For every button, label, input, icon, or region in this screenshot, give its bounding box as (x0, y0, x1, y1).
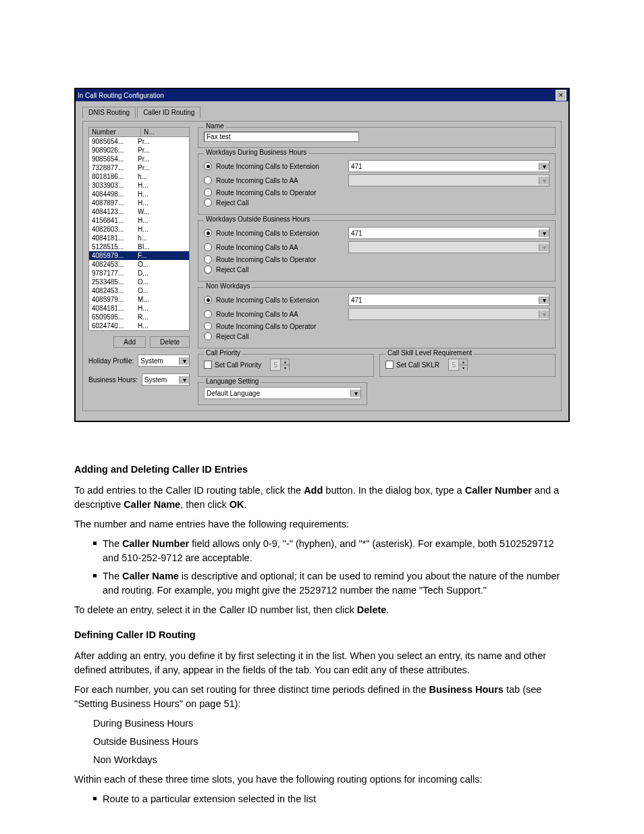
table-row[interactable]: 4082453...O... (89, 260, 189, 269)
set-call-sklr-label: Set Call SKLR (396, 361, 439, 369)
aa-select: ▾ (348, 308, 549, 320)
table-row[interactable]: 3033903...H... (89, 181, 189, 190)
table-row[interactable]: 4082603...H... (89, 225, 189, 234)
add-button[interactable]: Add (113, 336, 146, 348)
paragraph: For each number, you can set routing for… (74, 683, 570, 711)
paragraph: Within each of these three time slots, y… (74, 773, 570, 787)
table-row[interactable]: 4084181...H... (89, 304, 189, 313)
table-row[interactable]: 6024740...H... (89, 321, 189, 330)
language-select[interactable]: Default Language▾ (204, 387, 361, 399)
radio-route-aa[interactable] (204, 176, 212, 184)
business-hours-label: Business Hours: (88, 376, 138, 384)
table-row[interactable]: 4084181...h... (89, 234, 189, 242)
list-item: The Caller Number field allows only 0-9,… (93, 537, 570, 565)
column-number[interactable]: Number (89, 128, 141, 136)
paragraph: The number and name entries have the fol… (74, 517, 570, 531)
list-item: Outside Business Hours (93, 735, 570, 749)
dialog-in-call-routing: In Call Routing Configuration ✕ DNIS Rou… (74, 88, 570, 422)
holiday-profile-select[interactable]: System▾ (138, 355, 190, 367)
list-item: The Caller Name is descriptive and optio… (93, 569, 570, 598)
list-item: During Business Hours (93, 716, 570, 731)
radio-reject-call[interactable] (204, 199, 212, 207)
radio-reject-call[interactable] (204, 332, 212, 340)
paragraph: After adding an entry, you define it by … (74, 649, 570, 677)
radio-route-extension[interactable] (204, 229, 212, 237)
chevron-down-icon[interactable]: ▾ (179, 376, 189, 384)
table-row[interactable]: 4084498...H... (89, 190, 189, 199)
chevron-down-icon: ▾ (539, 311, 549, 318)
radio-route-operator[interactable] (204, 322, 212, 330)
call-sklr-stepper[interactable]: 5▴▾ (448, 359, 468, 371)
call-priority-stepper[interactable]: 5▴▾ (270, 359, 290, 371)
extension-select[interactable]: 471▾ (348, 160, 549, 172)
set-call-sklr-checkbox[interactable] (385, 361, 394, 369)
table-header: Number N... (88, 127, 190, 137)
heading-defining-routing: Defining Caller ID Routing (74, 628, 570, 642)
paragraph: To delete an entry, select it in the Cal… (74, 603, 570, 617)
table-row[interactable]: 4084123...W... (89, 207, 189, 216)
chevron-down-icon[interactable]: ▾ (539, 230, 549, 237)
table-row[interactable]: 8018186...h... (89, 172, 189, 181)
delete-button[interactable]: Delete (150, 336, 190, 348)
tab-caller-id-routing[interactable]: Caller ID Routing (137, 107, 200, 118)
aa-select: ▾ (348, 241, 549, 253)
caller-id-list[interactable]: 9085654...Pr...9089026...Pr...9085654...… (88, 137, 190, 331)
table-row[interactable]: 4156841...H... (89, 216, 189, 225)
name-field[interactable]: Fax test (204, 132, 359, 142)
group-title: Workdays During Business Hours (204, 149, 308, 156)
paragraph: To add entries to the Caller ID routing … (74, 484, 570, 512)
table-row[interactable]: 9787177...D... (89, 269, 189, 278)
document-body: Adding and Deleting Caller ID Entries To… (74, 463, 570, 806)
heading-adding-deleting: Adding and Deleting Caller ID Entries (74, 463, 570, 477)
table-row[interactable]: 4087897...H... (89, 199, 189, 207)
aa-select: ▾ (348, 174, 549, 186)
group-title: Non Workdays (204, 282, 252, 290)
radio-route-operator[interactable] (204, 255, 212, 263)
radio-route-extension[interactable] (204, 296, 212, 304)
chevron-down-icon[interactable]: ▾ (539, 296, 549, 304)
close-icon[interactable]: ✕ (556, 90, 566, 101)
dialog-title: In Call Routing Configuration (78, 92, 164, 99)
table-row[interactable]: 6509595...R... (89, 313, 189, 321)
radio-route-aa[interactable] (204, 243, 212, 251)
chevron-down-icon: ▾ (539, 244, 549, 251)
list-item: Non Workdays (93, 753, 570, 767)
radio-route-operator[interactable] (204, 188, 212, 197)
table-row[interactable]: 4085979...F... (89, 251, 189, 260)
radio-reject-call[interactable] (204, 265, 212, 273)
chevron-down-icon: ▾ (539, 177, 549, 184)
list-item: Route to a particular extension selected… (93, 792, 570, 806)
radio-route-extension[interactable] (204, 162, 212, 170)
name-group-title: Name (204, 122, 226, 130)
set-call-priority-label: Set Call Priority (215, 361, 261, 369)
radio-route-aa[interactable] (204, 310, 212, 318)
table-row[interactable]: 9085654...Pr... (89, 137, 189, 146)
table-row[interactable]: 9085654...Pr... (89, 155, 189, 163)
extension-select[interactable]: 471▾ (348, 227, 549, 239)
chevron-down-icon[interactable]: ▾ (350, 390, 360, 397)
table-row[interactable]: 5128515...BI... (89, 242, 189, 251)
table-row[interactable]: 2533485...O... (89, 278, 189, 286)
tab-dnis-routing[interactable]: DNIS Routing (82, 107, 136, 118)
set-call-priority-checkbox[interactable] (204, 361, 212, 369)
titlebar: In Call Routing Configuration ✕ (76, 89, 568, 101)
chevron-down-icon[interactable]: ▾ (539, 163, 549, 170)
table-row[interactable]: 9089026...Pr... (89, 146, 189, 155)
extension-select[interactable]: 471▾ (348, 294, 549, 306)
holiday-profile-label: Holiday Profile: (88, 357, 134, 365)
chevron-down-icon[interactable]: ▾ (179, 357, 189, 365)
table-row[interactable]: 4082453...O... (89, 286, 189, 295)
table-row[interactable]: 7328877...Pr... (89, 163, 189, 172)
business-hours-select[interactable]: System▾ (142, 373, 190, 386)
group-title: Workdays Outside Business Hours (204, 215, 312, 223)
table-row[interactable]: 4085979...M... (89, 295, 189, 304)
call-priority-title: Call Priority (204, 349, 242, 357)
call-sklr-title: Call Skill Level Requirement (385, 349, 474, 357)
column-name[interactable]: N... (141, 128, 189, 136)
language-setting-title: Language Setting (204, 377, 261, 385)
